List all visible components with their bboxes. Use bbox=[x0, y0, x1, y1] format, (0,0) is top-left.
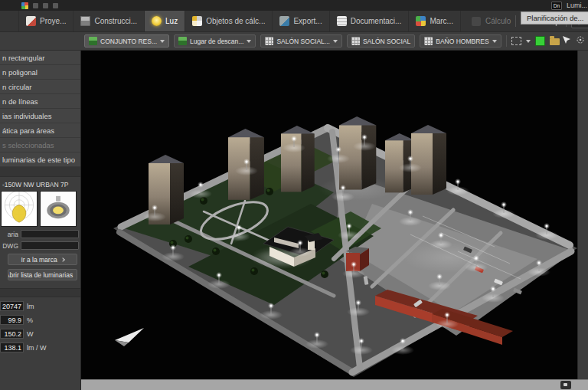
stat-efficiency: 99.9 % bbox=[0, 315, 80, 325]
stat-luminous-flux: 20747 lm bbox=[0, 301, 80, 311]
room-grid-icon bbox=[351, 37, 360, 45]
stat-value: 150.2 bbox=[0, 329, 24, 339]
item-label: luminarias de este tipo bbox=[2, 156, 75, 164]
folder-icon[interactable] bbox=[550, 38, 560, 45]
construction-icon bbox=[80, 16, 90, 26]
scene-label: BAÑO HOMBRES bbox=[436, 38, 488, 45]
luminaire-photo-thumb[interactable] bbox=[40, 191, 77, 227]
tab-objetos-de-calculo[interactable]: Objetos de cálc... bbox=[185, 11, 273, 31]
open-luminaire-list-button[interactable]: Abrir lista de luminarias bbox=[8, 269, 77, 280]
item-label: n poligonal bbox=[2, 68, 38, 77]
dwg-field-label: DWG bbox=[2, 242, 18, 250]
stat-value: 20747 bbox=[0, 301, 24, 311]
documentation-icon bbox=[337, 16, 347, 26]
luminaire-field-label: aria bbox=[2, 231, 18, 238]
sidebar-item-individual-luminaires[interactable]: ias individuales bbox=[0, 109, 80, 123]
rendered-scene bbox=[81, 51, 577, 379]
item-label: n circular bbox=[2, 83, 32, 91]
calculate-icon bbox=[472, 17, 481, 26]
save-icon[interactable] bbox=[33, 3, 38, 8]
marks-icon bbox=[416, 16, 426, 26]
room-grid-icon bbox=[424, 37, 433, 45]
button-label: Ir a la marca bbox=[21, 256, 57, 264]
sidebar-item-circular-arrangement[interactable]: n circular bbox=[0, 80, 80, 94]
item-label: ática para áreas bbox=[2, 126, 54, 135]
tab-label: Construcci... bbox=[94, 17, 137, 25]
app-menu-icon[interactable] bbox=[21, 2, 28, 9]
tab-exportar[interactable]: Export... bbox=[273, 11, 329, 31]
stat-efficacy: 138.1 lm / W bbox=[0, 342, 80, 352]
building-icon bbox=[89, 37, 97, 45]
calc-objects-icon bbox=[192, 16, 202, 26]
light-bulb-icon bbox=[152, 16, 162, 26]
tab-label: Objetos de cálc... bbox=[206, 17, 265, 25]
tab-luz[interactable]: Luz bbox=[145, 11, 185, 31]
room-grid-icon bbox=[265, 37, 273, 45]
tab-construccion[interactable]: Construcci... bbox=[74, 11, 145, 31]
tab-documentacion[interactable]: Documentaci... bbox=[330, 11, 410, 31]
stat-unit: % bbox=[27, 316, 33, 324]
tab-label: Luz bbox=[165, 17, 178, 25]
separator bbox=[515, 15, 516, 27]
scene-tab-conjunto-residencial[interactable]: CONJUNTO RES... bbox=[84, 34, 169, 48]
right-panel-strip bbox=[577, 51, 588, 379]
scene-tab-bano-hombres[interactable]: BAÑO HOMBRES bbox=[420, 34, 501, 48]
status-bar bbox=[81, 379, 588, 390]
chevron-down-icon bbox=[492, 40, 497, 43]
calculate-label: Cálculo bbox=[485, 17, 511, 25]
item-label: s seleccionadas bbox=[2, 141, 54, 149]
tab-label: Marc... bbox=[430, 17, 453, 25]
sidebar-item-line-arrangement[interactable]: n de líneas bbox=[0, 94, 80, 109]
render-viewport[interactable] bbox=[81, 51, 577, 379]
ribbon-tab-bar: Proye... Construcci... Luz Objetos de cá… bbox=[0, 11, 588, 32]
dwg-row: DWG bbox=[2, 241, 79, 250]
scene-tab-salon-social-2[interactable]: SALÓN SOCIAL bbox=[347, 34, 415, 48]
scene-label: CONJUNTO RES... bbox=[100, 38, 157, 45]
button-label: Abrir lista de luminarias bbox=[8, 271, 73, 279]
selection-frame-icon[interactable] bbox=[511, 37, 521, 45]
orbit-icon[interactable] bbox=[576, 35, 585, 44]
redo-icon[interactable] bbox=[53, 3, 58, 8]
scene-label: SALÓN SOCIAL bbox=[363, 38, 410, 45]
scene-tab-lugar-descanso[interactable]: Lugar de descan... bbox=[174, 34, 256, 48]
luminaire-name: -150W NW URBAN 7P bbox=[0, 177, 80, 191]
luminaire-name-row: aria bbox=[2, 230, 79, 238]
scene-label: Lugar de descan... bbox=[190, 38, 243, 45]
pointer-icon[interactable] bbox=[562, 35, 570, 44]
building-icon bbox=[178, 37, 187, 45]
scene-label: SALÓN SOCIAL... bbox=[276, 38, 329, 45]
sidebar-item-luminaires-of-this-type[interactable]: luminarias de este tipo bbox=[0, 152, 80, 167]
project-icon bbox=[26, 16, 36, 26]
sidebar-item-polygonal-arrangement[interactable]: n poligonal bbox=[0, 65, 80, 80]
luminaire-name-input[interactable] bbox=[21, 230, 79, 238]
chevron-right-icon bbox=[76, 273, 77, 277]
luminaire-arrangement-panel: n rectangular n poligonal n circular n d… bbox=[0, 51, 81, 390]
stat-value: 138.1 bbox=[0, 342, 24, 352]
panel-divider bbox=[0, 288, 80, 297]
app-badge-label: Lumi... bbox=[567, 2, 588, 9]
chevron-down-icon bbox=[160, 40, 165, 43]
chevron-down-icon[interactable] bbox=[526, 40, 531, 43]
stat-unit: lm / W bbox=[27, 344, 47, 352]
sidebar-item-rectangular-arrangement[interactable]: n rectangular bbox=[0, 51, 80, 65]
photometric-diagram-thumb[interactable] bbox=[1, 191, 38, 227]
undo-icon[interactable] bbox=[43, 3, 48, 8]
stat-power: 150.2 W bbox=[0, 329, 80, 339]
chevron-down-icon bbox=[333, 40, 338, 43]
tab-label: Proye... bbox=[40, 17, 66, 25]
planning-mode-button[interactable]: Planificación de... bbox=[521, 11, 588, 25]
stat-value: 99.9 bbox=[0, 315, 24, 325]
item-label: ias individuales bbox=[2, 112, 51, 120]
stat-unit: lm bbox=[27, 303, 34, 310]
active-color-swatch[interactable] bbox=[535, 36, 545, 46]
item-label: n rectangular bbox=[2, 54, 44, 62]
status-badge-icon[interactable] bbox=[560, 381, 571, 389]
tab-marcas[interactable]: Marc... bbox=[409, 11, 461, 31]
go-to-brand-button[interactable]: Ir a la marca bbox=[8, 254, 77, 265]
scene-tab-salon-social-1[interactable]: SALÓN SOCIAL... bbox=[260, 34, 341, 48]
tab-label: Export... bbox=[293, 17, 322, 25]
app-badge: Dn bbox=[551, 2, 562, 10]
sidebar-item-automatic-area-arrangement[interactable]: ática para áreas bbox=[0, 123, 80, 138]
tab-proyecto[interactable]: Proye... bbox=[18, 11, 74, 31]
dwg-input[interactable] bbox=[21, 241, 79, 250]
